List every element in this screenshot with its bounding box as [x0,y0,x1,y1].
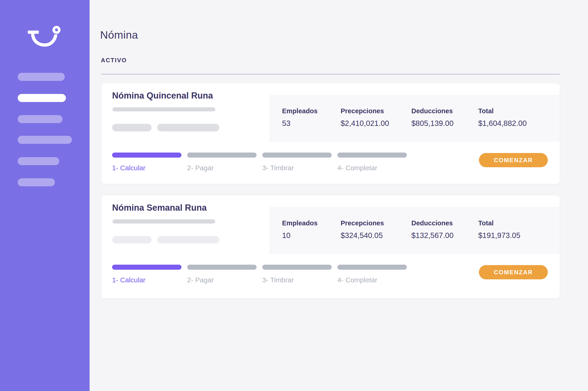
sidebar-item-skeleton[interactable] [18,73,65,81]
stat-label: Deducciones [411,107,478,115]
stat-value: $805,139.00 [411,119,478,128]
step-calcular: 1- Calcular [112,265,181,284]
step-label: 3- Timbrar [262,276,332,284]
step-label: 4- Completar [337,276,407,284]
sidebar-item-skeleton[interactable] [18,115,63,123]
stat-deducciones: Deducciones $132,567.00 [411,219,478,254]
stat-label: Empleados [282,107,341,115]
payroll-stats: Empleados 10 Precepciones $324,540.05 De… [269,207,560,254]
page-title: Nómina [100,28,138,41]
step-calcular: 1- Calcular [112,153,181,172]
sidebar-item-active[interactable] [18,94,66,102]
stat-total: Total $1,604,882.00 [478,107,527,142]
stat-value: $2,410,021.00 [341,119,411,128]
stat-precepciones: Precepciones $324,540.05 [341,219,411,254]
skeleton-line [157,236,219,244]
step-progress-bar [262,265,332,270]
payroll-card-title: Nómina Semanal Runa [112,203,207,213]
step-label: 3- Timbrar [262,164,332,172]
step-progress-bar [262,153,332,158]
stat-total: Total $191,973.05 [478,219,520,254]
payroll-card-semanal: Nómina Semanal Runa Empleados 10 Precepc… [101,196,560,298]
sidebar-item-skeleton[interactable] [18,136,72,144]
sidebar [0,0,89,391]
stat-value: $324,540.05 [341,231,411,240]
skeleton-line [113,219,215,223]
stat-label: Total [478,219,520,227]
step-progress-bar [112,265,181,270]
step-pagar: 2- Pagar [187,153,256,172]
step-completar: 4- Completar [337,153,407,172]
step-timbrar: 3- Timbrar [262,153,332,172]
payroll-steps: 1- Calcular 2- Pagar 3- Timbrar 4- Compl… [112,265,407,284]
stat-value: $1,604,882.00 [478,119,527,128]
comenzar-button[interactable]: COMENZAR [479,153,548,167]
skeleton-line [112,236,152,244]
stat-value: 53 [282,119,341,128]
step-progress-bar [187,265,256,270]
sidebar-item-skeleton[interactable] [18,178,55,186]
stat-label: Precepciones [341,219,411,227]
step-progress-bar [187,153,256,158]
comenzar-button[interactable]: COMENZAR [479,265,548,279]
stat-label: Empleados [282,219,341,227]
stat-value: $191,973.05 [478,231,520,240]
payroll-stats: Empleados 53 Precepciones $2,410,021.00 … [269,95,560,142]
skeleton-line [112,124,152,131]
skeleton-line [157,124,219,131]
step-pagar: 2- Pagar [187,265,256,284]
main-content: Nómina ACTIVO Nómina Quincenal Runa Empl… [89,0,588,391]
stat-label: Precepciones [341,107,411,115]
stat-value: 10 [282,231,341,240]
step-progress-bar [337,153,407,158]
step-progress-bar [337,265,407,270]
skeleton-line [113,107,215,111]
stat-deducciones: Deducciones $805,139.00 [411,107,478,142]
step-label: 2- Pagar [187,164,256,172]
payroll-card-title: Nómina Quincenal Runa [112,91,213,101]
step-label: 4- Completar [337,164,407,172]
step-timbrar: 3- Timbrar [262,265,332,284]
stat-label: Total [478,107,527,115]
step-label: 2- Pagar [187,276,256,284]
step-progress-bar [112,153,181,158]
tab-activo[interactable]: ACTIVO [101,57,127,64]
payroll-card-quincenal: Nómina Quincenal Runa Empleados 53 Prece… [101,83,560,184]
stat-value: $132,567.00 [411,231,478,240]
tab-divider [101,74,560,74]
stat-empleados: Empleados 10 [282,219,341,254]
payroll-steps: 1- Calcular 2- Pagar 3- Timbrar 4- Compl… [112,153,407,172]
step-label[interactable]: 1- Calcular [112,164,181,172]
stat-empleados: Empleados 53 [282,107,341,142]
stat-label: Deducciones [411,219,478,227]
step-completar: 4- Completar [337,265,407,284]
step-label[interactable]: 1- Calcular [112,276,181,284]
runa-logo-icon[interactable] [27,24,61,48]
stat-precepciones: Precepciones $2,410,021.00 [341,107,411,142]
sidebar-item-skeleton[interactable] [18,157,59,165]
